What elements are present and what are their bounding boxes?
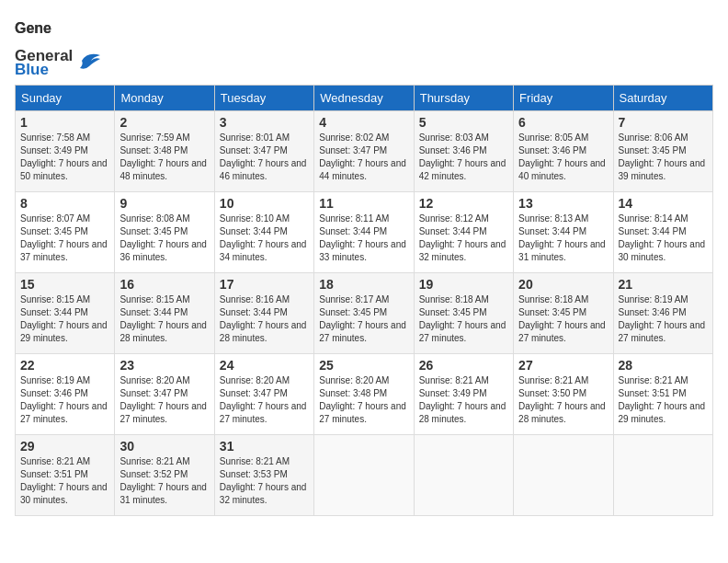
day-number: 11	[319, 196, 408, 211]
day-number: 25	[319, 358, 408, 373]
day-number: 12	[419, 196, 508, 211]
day-info: Sunrise: 8:12 AMSunset: 3:44 PMDaylight:…	[419, 213, 508, 264]
calendar-day-cell: 19Sunrise: 8:18 AMSunset: 3:45 PMDayligh…	[414, 273, 513, 354]
day-info: Sunrise: 8:20 AMSunset: 3:48 PMDaylight:…	[319, 374, 408, 426]
weekday-header: Tuesday	[214, 86, 313, 111]
calendar-day-cell: 23Sunrise: 8:20 AMSunset: 3:47 PMDayligh…	[115, 354, 214, 435]
day-info: Sunrise: 8:01 AMSunset: 3:47 PMDaylight:…	[220, 132, 309, 183]
day-info: Sunrise: 8:08 AMSunset: 3:45 PMDaylight:…	[119, 213, 209, 264]
day-number: 31	[220, 439, 309, 454]
day-number: 3	[220, 115, 309, 130]
calendar-day-cell	[514, 435, 613, 516]
day-info: Sunrise: 8:21 AMSunset: 3:51 PMDaylight:…	[20, 455, 109, 507]
day-info: Sunrise: 8:21 AMSunset: 3:51 PMDaylight:…	[619, 374, 708, 426]
calendar-day-cell: 22Sunrise: 8:19 AMSunset: 3:46 PMDayligh…	[16, 354, 115, 435]
day-number: 9	[119, 196, 209, 211]
calendar-day-cell: 15Sunrise: 8:15 AMSunset: 3:44 PMDayligh…	[16, 273, 115, 354]
day-info: Sunrise: 8:06 AMSunset: 3:45 PMDaylight:…	[619, 132, 708, 183]
calendar-day-cell: 20Sunrise: 8:18 AMSunset: 3:45 PMDayligh…	[514, 273, 613, 354]
day-number: 23	[119, 358, 209, 373]
calendar-day-cell: 18Sunrise: 8:17 AMSunset: 3:45 PMDayligh…	[314, 273, 414, 354]
day-number: 20	[518, 277, 608, 292]
day-info: Sunrise: 8:19 AMSunset: 3:46 PMDaylight:…	[20, 374, 109, 426]
day-info: Sunrise: 8:07 AMSunset: 3:45 PMDaylight:…	[20, 213, 109, 264]
day-number: 7	[619, 115, 708, 130]
day-number: 4	[319, 115, 408, 130]
weekday-header: Thursday	[414, 86, 513, 111]
svg-text:Gene: Gene	[15, 20, 51, 36]
calendar-day-cell: 31Sunrise: 8:21 AMSunset: 3:53 PMDayligh…	[214, 435, 313, 516]
calendar-week-row: 29Sunrise: 8:21 AMSunset: 3:51 PMDayligh…	[16, 435, 713, 516]
day-number: 21	[619, 277, 708, 292]
calendar-week-row: 1Sunrise: 7:58 AMSunset: 3:49 PMDaylight…	[16, 111, 713, 192]
day-info: Sunrise: 7:59 AMSunset: 3:48 PMDaylight:…	[119, 132, 209, 183]
day-number: 24	[220, 358, 309, 373]
calendar-day-cell: 5Sunrise: 8:03 AMSunset: 3:46 PMDaylight…	[414, 111, 513, 192]
day-info: Sunrise: 8:05 AMSunset: 3:46 PMDaylight:…	[518, 132, 608, 183]
day-number: 17	[220, 277, 309, 292]
day-number: 14	[619, 196, 708, 211]
calendar-day-cell: 6Sunrise: 8:05 AMSunset: 3:46 PMDaylight…	[514, 111, 613, 192]
calendar-day-cell: 7Sunrise: 8:06 AMSunset: 3:45 PMDaylight…	[613, 111, 712, 192]
day-number: 2	[119, 115, 209, 130]
calendar-day-cell: 10Sunrise: 8:10 AMSunset: 3:44 PMDayligh…	[214, 192, 313, 273]
weekday-header: Friday	[514, 86, 613, 111]
calendar-day-cell: 29Sunrise: 8:21 AMSunset: 3:51 PMDayligh…	[16, 435, 115, 516]
calendar-day-cell: 26Sunrise: 8:21 AMSunset: 3:49 PMDayligh…	[414, 354, 513, 435]
logo-icon: Gene Gene	[15, 15, 55, 48]
day-info: Sunrise: 8:21 AMSunset: 3:49 PMDaylight:…	[419, 374, 508, 426]
calendar-day-cell: 8Sunrise: 8:07 AMSunset: 3:45 PMDaylight…	[16, 192, 115, 273]
day-number: 8	[20, 196, 109, 211]
calendar-day-cell: 11Sunrise: 8:11 AMSunset: 3:44 PMDayligh…	[314, 192, 414, 273]
day-info: Sunrise: 8:18 AMSunset: 3:45 PMDaylight:…	[518, 293, 608, 345]
day-number: 5	[419, 115, 508, 130]
calendar-day-cell: 12Sunrise: 8:12 AMSunset: 3:44 PMDayligh…	[414, 192, 513, 273]
calendar-header-row: SundayMondayTuesdayWednesdayThursdayFrid…	[16, 86, 713, 111]
day-number: 26	[419, 358, 508, 373]
day-info: Sunrise: 8:03 AMSunset: 3:46 PMDaylight:…	[419, 132, 508, 183]
weekday-header: Sunday	[16, 86, 115, 111]
day-number: 1	[20, 115, 109, 130]
calendar: SundayMondayTuesdayWednesdayThursdayFrid…	[15, 85, 713, 516]
calendar-day-cell	[314, 435, 414, 516]
calendar-week-row: 8Sunrise: 8:07 AMSunset: 3:45 PMDaylight…	[16, 192, 713, 273]
calendar-day-cell: 1Sunrise: 7:58 AMSunset: 3:49 PMDaylight…	[16, 111, 115, 192]
day-info: Sunrise: 8:21 AMSunset: 3:50 PMDaylight:…	[518, 374, 608, 426]
day-number: 6	[518, 115, 608, 130]
calendar-day-cell: 25Sunrise: 8:20 AMSunset: 3:48 PMDayligh…	[314, 354, 414, 435]
calendar-day-cell: 24Sunrise: 8:20 AMSunset: 3:47 PMDayligh…	[214, 354, 313, 435]
calendar-day-cell	[613, 435, 712, 516]
calendar-day-cell: 14Sunrise: 8:14 AMSunset: 3:44 PMDayligh…	[613, 192, 712, 273]
day-info: Sunrise: 8:15 AMSunset: 3:44 PMDaylight:…	[20, 293, 109, 345]
day-info: Sunrise: 8:17 AMSunset: 3:45 PMDaylight:…	[319, 293, 408, 345]
weekday-header: Monday	[115, 86, 214, 111]
calendar-day-cell: 21Sunrise: 8:19 AMSunset: 3:46 PMDayligh…	[613, 273, 712, 354]
day-number: 16	[119, 277, 209, 292]
calendar-day-cell: 2Sunrise: 7:59 AMSunset: 3:48 PMDaylight…	[115, 111, 214, 192]
day-info: Sunrise: 8:19 AMSunset: 3:46 PMDaylight:…	[619, 293, 708, 345]
calendar-day-cell: 9Sunrise: 8:08 AMSunset: 3:45 PMDaylight…	[115, 192, 214, 273]
calendar-day-cell: 28Sunrise: 8:21 AMSunset: 3:51 PMDayligh…	[613, 354, 712, 435]
day-info: Sunrise: 8:21 AMSunset: 3:53 PMDaylight:…	[220, 455, 309, 507]
header: Gene Gene General Blue	[15, 15, 713, 77]
weekday-header: Wednesday	[314, 86, 414, 111]
day-number: 13	[518, 196, 608, 211]
day-info: Sunrise: 8:15 AMSunset: 3:44 PMDaylight:…	[119, 293, 209, 345]
day-number: 10	[220, 196, 309, 211]
calendar-day-cell: 30Sunrise: 8:21 AMSunset: 3:52 PMDayligh…	[115, 435, 214, 516]
day-info: Sunrise: 8:16 AMSunset: 3:44 PMDaylight:…	[220, 293, 309, 345]
day-number: 29	[20, 439, 109, 454]
calendar-day-cell: 4Sunrise: 8:02 AMSunset: 3:47 PMDaylight…	[314, 111, 414, 192]
day-number: 28	[619, 358, 708, 373]
day-info: Sunrise: 7:58 AMSunset: 3:49 PMDaylight:…	[20, 132, 109, 183]
weekday-header: Saturday	[613, 86, 712, 111]
day-info: Sunrise: 8:13 AMSunset: 3:44 PMDaylight:…	[518, 213, 608, 264]
calendar-day-cell: 13Sunrise: 8:13 AMSunset: 3:44 PMDayligh…	[514, 192, 613, 273]
day-info: Sunrise: 8:20 AMSunset: 3:47 PMDaylight:…	[119, 374, 209, 426]
day-number: 22	[20, 358, 109, 373]
day-info: Sunrise: 8:10 AMSunset: 3:44 PMDaylight:…	[220, 213, 309, 264]
calendar-week-row: 22Sunrise: 8:19 AMSunset: 3:46 PMDayligh…	[16, 354, 713, 435]
day-number: 27	[518, 358, 608, 373]
day-number: 18	[319, 277, 408, 292]
day-info: Sunrise: 8:18 AMSunset: 3:45 PMDaylight:…	[419, 293, 508, 345]
